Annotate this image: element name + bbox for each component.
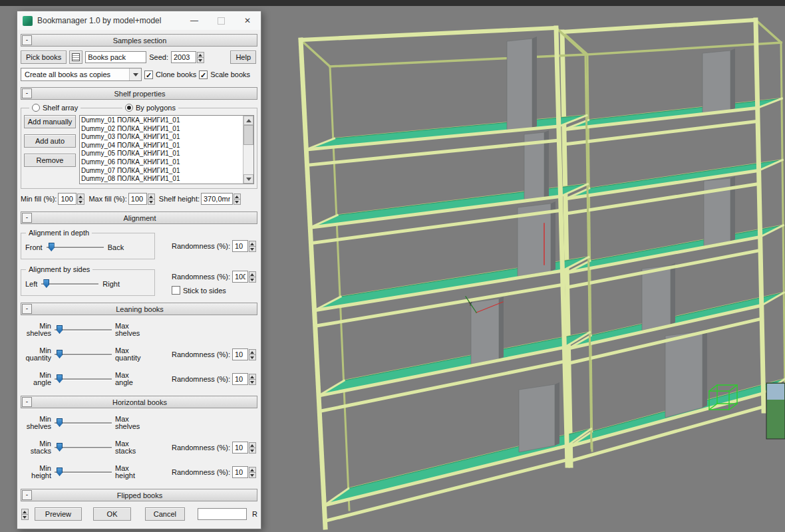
preview-button[interactable]: Preview [35,507,82,521]
scroll-track[interactable] [243,125,253,174]
copies-mode-dropdown[interactable]: Create all books as copies [21,68,142,81]
ok-button[interactable]: OK [93,507,130,521]
horizontal-stacks-randomness-input[interactable] [232,442,248,454]
leaning-angle-slider[interactable] [55,374,112,384]
rollout-leaning-title: Leaning books [32,305,257,313]
seed-spinner[interactable] [171,51,204,63]
horizontal-height-randomness-input[interactable] [232,466,248,478]
list-item[interactable]: Dummy_03 ПОЛКА_КНИГИ1_01 [81,133,243,142]
rollout-shelf-header[interactable]: - Shelf properties [21,87,257,100]
horizontal-stacks-slider[interactable] [55,442,112,453]
books-pack-input[interactable] [85,51,146,63]
leaning-quantity-randomness-spinner[interactable] [232,348,256,360]
r-button[interactable]: R [252,510,257,518]
slider-handle[interactable] [57,374,63,383]
slider-handle[interactable] [43,279,49,288]
spinner-down-icon[interactable] [77,199,84,205]
titlebar[interactable]: Bookmanager 1.0 by model+model — ✕ [17,11,261,30]
add-auto-button[interactable]: Add auto [24,134,76,148]
max-fill-input[interactable] [128,193,147,205]
chevron-down-icon[interactable] [129,68,141,80]
pick-books-button[interactable]: Pick books [21,51,67,64]
leaning-shelves-slider[interactable] [55,325,112,335]
list-item[interactable]: Dummy_04 ПОЛКА_КНИГИ1_01 [81,142,243,150]
spinner-down-icon[interactable] [249,354,256,360]
horizontal-shelves-slider[interactable] [55,418,112,428]
spinner-down-icon[interactable] [234,199,241,205]
shelf-array-radio[interactable]: Shelf array [29,104,80,112]
rollout-leaning-header[interactable]: - Leaning books [21,303,257,315]
scroll-down-icon[interactable] [21,514,29,520]
add-manually-button[interactable]: Add manually [24,115,76,128]
stick-to-sides-checkbox[interactable]: Stick to sides [172,286,226,295]
spinner-down-icon[interactable] [148,199,155,205]
list-item[interactable]: Dummy_06 ПОЛКА_КНИГИ1_01 [81,158,243,167]
sides-alignment-slider[interactable] [41,279,98,289]
by-polygons-radio[interactable]: By polygons [122,104,178,112]
horizontal-stacks-randomness-spinner[interactable] [232,442,256,454]
depth-randomness-input[interactable] [232,240,248,252]
seed-input[interactable] [171,51,196,63]
pick-books-dialog-button[interactable] [69,51,82,64]
scroll-thumb[interactable] [243,125,253,145]
list-item[interactable]: Dummy_02 ПОЛКА_КНИГИ1_01 [81,125,243,134]
shelf-height-input[interactable] [201,193,233,205]
slider-handle[interactable] [57,443,63,452]
scroll-down-icon[interactable] [243,174,253,184]
leaning-quantity-randomness-input[interactable] [232,348,248,360]
rollout-horizontal-header[interactable]: - Horizontal books [21,396,257,408]
minimize-button[interactable]: — [181,11,208,30]
spinner-down-icon[interactable] [249,448,256,454]
spinner-down-icon[interactable] [249,472,256,478]
leaning-quantity-slider[interactable] [55,349,112,360]
scale-books-checkbox[interactable]: ✓ Scale books [199,70,250,79]
collapse-icon[interactable]: - [22,213,32,223]
slider-handle[interactable] [57,467,63,476]
maximize-button[interactable] [208,11,234,30]
clone-books-checkbox[interactable]: ✓ Clone books [144,70,196,79]
close-button[interactable]: ✕ [234,11,261,30]
collapse-icon[interactable]: - [22,304,32,314]
collapse-icon[interactable]: - [22,35,32,45]
help-button[interactable]: Help [230,51,256,64]
list-item[interactable]: Dummy_07 ПОЛКА_КНИГИ1_01 [81,167,243,176]
rollout-alignment-header[interactable]: - Alignment [21,211,257,224]
depth-alignment-slider[interactable] [47,242,104,253]
slider-handle[interactable] [57,418,63,427]
sides-randomness-input[interactable] [232,271,248,283]
remove-button[interactable]: Remove [24,154,76,167]
spinner-down-icon[interactable] [249,277,256,283]
sides-randomness-spinner[interactable] [232,271,256,283]
shelf-height-spinner[interactable] [201,193,241,205]
collapse-icon[interactable]: - [22,88,32,98]
min-fill-input[interactable] [58,193,77,205]
scroll-up-icon[interactable] [243,116,253,125]
right-label: Right [102,280,120,288]
slider-handle[interactable] [57,350,63,358]
list-item[interactable]: Dummy_08 ПОЛКА_КНИГИ1_01 [81,175,243,184]
shelf-source-group: Shelf array By polygons Add manually Add… [21,108,257,189]
depth-randomness-spinner[interactable] [232,240,256,252]
leaning-angle-randomness-input[interactable] [232,373,248,385]
shelf-list[interactable]: Dummy_01 ПОЛКА_КНИГИ1_01Dummy_02 ПОЛКА_К… [79,115,254,184]
rollout-flipped-header[interactable]: - Flipped books [21,489,257,501]
leaning-angle-randomness-spinner[interactable] [232,373,256,385]
footer-input[interactable] [198,508,247,520]
spinner-down-icon[interactable] [249,246,256,252]
collapse-icon[interactable]: - [22,397,32,407]
collapse-icon[interactable]: - [22,490,32,500]
list-item[interactable]: Dummy_01 ПОЛКА_КНИГИ1_01 [81,116,243,125]
min-fill-spinner[interactable] [58,193,84,205]
rollout-samples-header[interactable]: - Samples section [21,34,257,47]
slider-handle[interactable] [49,243,55,251]
spinner-down-icon[interactable] [249,379,256,385]
horizontal-height-randomness-spinner[interactable] [232,466,256,478]
horizontal-height-slider[interactable] [55,467,112,477]
rollout-scroller[interactable] [21,509,30,520]
cancel-button[interactable]: Cancel [145,507,185,521]
spinner-down-icon[interactable] [197,57,204,63]
list-item[interactable]: Dummy_05 ПОЛКА_КНИГИ1_01 [81,150,243,158]
max-fill-spinner[interactable] [128,193,155,205]
slider-handle[interactable] [57,325,63,334]
shelf-list-scrollbar[interactable] [243,116,253,184]
